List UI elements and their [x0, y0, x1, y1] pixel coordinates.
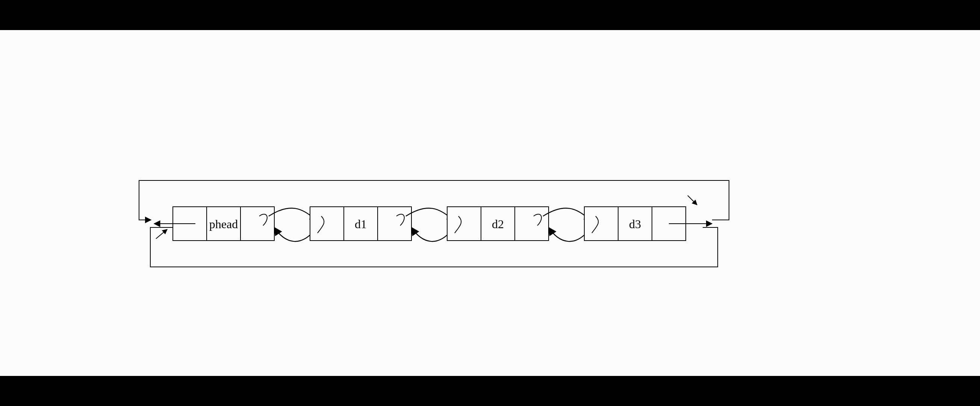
node-d2: d2	[447, 207, 549, 240]
svg-rect-10	[584, 207, 618, 240]
node-label-d3: d3	[629, 217, 641, 231]
svg-rect-2	[240, 207, 274, 240]
node-label-d1: d1	[355, 217, 367, 231]
diagram-canvas: phead d1	[0, 30, 980, 376]
node-label-phead: phead	[209, 217, 238, 231]
linked-list-svg: phead d1	[0, 30, 980, 376]
node-d1: d1	[310, 207, 412, 240]
svg-rect-6	[378, 207, 412, 240]
svg-rect-7	[447, 207, 481, 240]
wrap-top-entry-tick	[688, 196, 697, 205]
node-phead: phead	[173, 207, 274, 240]
svg-rect-9	[515, 207, 549, 240]
node-d3: d3	[584, 207, 686, 240]
svg-rect-4	[310, 207, 344, 240]
node-label-d2: d2	[492, 217, 504, 231]
wrap-bottom-entry-tick	[156, 229, 167, 239]
